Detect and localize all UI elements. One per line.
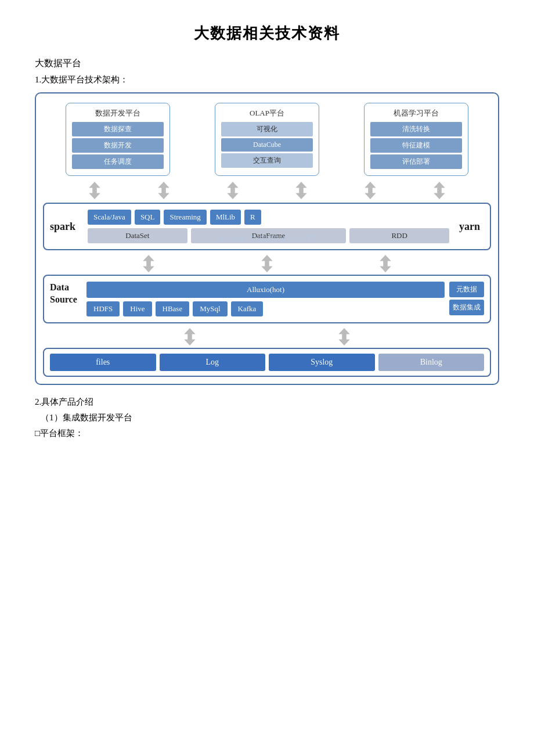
- svg-marker-5: [227, 188, 238, 199]
- arrow-icon: [226, 182, 239, 199]
- datasource-label: DataSource: [50, 282, 82, 306]
- file-badge-binlog: Binlog: [378, 354, 485, 371]
- platform-data-dev: 数据开发平台 数据探查 数据开发 任务调度: [66, 103, 170, 176]
- platform-data-dev-title: 数据开发平台: [72, 108, 164, 118]
- meta-badge-integration: 数据集成: [449, 300, 484, 315]
- platform-item: 清洗转换: [370, 122, 462, 136]
- section1-heading: 大数据平台: [35, 57, 499, 70]
- arrow-icon: [338, 328, 351, 345]
- section2: 2.具体产品介绍: [35, 397, 499, 408]
- platform-item: 特征建模: [370, 138, 462, 153]
- spark-badge-r: R: [244, 210, 261, 225]
- arrows-top: [43, 182, 491, 199]
- platform-ml: 机器学习平台 清洗转换 特征建模 评估部署: [364, 103, 468, 176]
- platform-item: 交互查询: [221, 153, 313, 168]
- ds-badge-hbase: HBase: [156, 301, 190, 316]
- arrow-icon: [88, 182, 101, 199]
- svg-marker-17: [380, 261, 391, 272]
- arrow-icon: [157, 182, 170, 199]
- section4: □平台框架：: [35, 428, 499, 439]
- ds-badge-hdfs: HDFS: [86, 301, 120, 316]
- svg-marker-15: [261, 261, 272, 272]
- ds-badge-kafka: Kafka: [231, 301, 264, 316]
- arrow-icon: [379, 255, 392, 272]
- platform-olap: OLAP平台 可视化 DataCube 交互查询: [215, 103, 319, 176]
- spark-label: spark: [50, 221, 82, 233]
- arrows-bottom: [43, 328, 491, 345]
- platform-item: 可视化: [221, 122, 313, 136]
- platform-ml-title: 机器学习平台: [370, 108, 462, 118]
- section1-sub: 1.大数据平台技术架构：: [35, 74, 499, 85]
- platform-item: 任务调度: [72, 154, 164, 169]
- top-platforms: 数据开发平台 数据探查 数据开发 任务调度 OLAP平台 可视化 DataCub…: [43, 103, 491, 176]
- file-badge-log: Log: [160, 354, 266, 371]
- spark-section: spark Scala/Java SQL Streaming MlLib R D…: [43, 203, 491, 250]
- yarn-label: yarn: [455, 221, 484, 233]
- spark-top-row: Scala/Java SQL Streaming MlLib R: [88, 210, 449, 225]
- arrow-icon: [261, 255, 273, 272]
- file-badge-syslog: Syslog: [269, 354, 375, 371]
- svg-marker-7: [296, 188, 307, 199]
- platform-olap-title: OLAP平台: [221, 108, 313, 118]
- datasource-bottom-row: HDFS Hive HBase MySql Kafka: [86, 301, 445, 316]
- alluxio-row: Alluxio(hot): [86, 282, 445, 298]
- spark-badge-sql: SQL: [135, 210, 161, 225]
- spark-badge-rdd: RDD: [349, 228, 449, 243]
- arrow-icon: [183, 328, 196, 345]
- svg-marker-11: [434, 188, 445, 199]
- svg-marker-9: [365, 188, 376, 199]
- platform-item: 数据探查: [72, 122, 164, 136]
- spark-inner: Scala/Java SQL Streaming MlLib R DataSet…: [88, 210, 449, 243]
- svg-marker-1: [89, 188, 100, 199]
- metadata-col: 元数据 数据集成: [449, 282, 484, 315]
- spark-badge-dataset: DataSet: [88, 228, 187, 243]
- platform-item: 数据开发: [72, 138, 164, 153]
- arrow-icon: [433, 182, 446, 199]
- platform-item: DataCube: [221, 138, 313, 152]
- arrow-icon: [295, 182, 308, 199]
- page-title: 大数据相关技术资料: [35, 23, 499, 44]
- arrow-icon: [142, 255, 155, 272]
- ds-badge-mysql: MySql: [193, 301, 227, 316]
- files-section: files Log Syslog Binlog: [43, 348, 491, 377]
- spark-bottom-row: DataSet DataFrame RDD: [88, 228, 449, 243]
- meta-badge-metadata: 元数据: [449, 282, 484, 297]
- spark-badge-streaming: Streaming: [164, 210, 206, 225]
- architecture-diagram: www.bdocx.com 数据开发平台 数据探查 数据开发 任务调度 OLAP…: [35, 92, 499, 385]
- section3: （1）集成数据开发平台: [35, 412, 499, 423]
- svg-marker-13: [143, 261, 154, 272]
- spark-badge-mllib: MlLib: [210, 210, 241, 225]
- alluxio-badge: Alluxio(hot): [86, 282, 445, 298]
- arrows-mid: [43, 255, 491, 272]
- spark-badge-scala: Scala/Java: [88, 210, 131, 225]
- datasource-section: DataSource Alluxio(hot) HDFS Hive HBase …: [43, 275, 491, 323]
- svg-marker-19: [184, 334, 195, 345]
- ds-badge-hive: Hive: [123, 301, 151, 316]
- spark-badge-dataframe: DataFrame: [191, 228, 347, 243]
- arrow-icon: [364, 182, 377, 199]
- svg-marker-21: [338, 334, 349, 345]
- platform-item: 评估部署: [370, 154, 462, 169]
- datasource-inner: Alluxio(hot) HDFS Hive HBase MySql Kafka: [86, 282, 445, 316]
- svg-marker-3: [158, 188, 169, 199]
- file-badge-files: files: [50, 354, 156, 371]
